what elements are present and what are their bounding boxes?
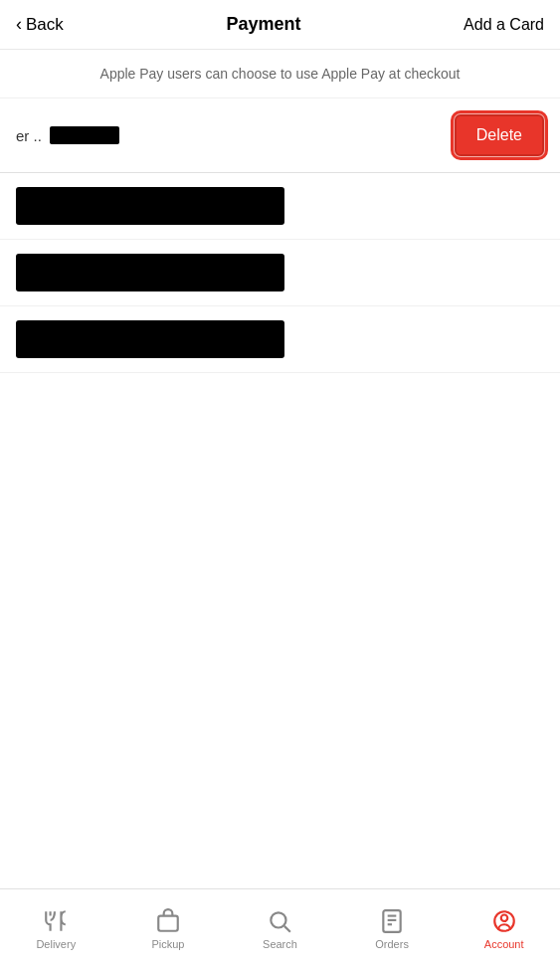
list-item-1 xyxy=(0,173,560,240)
svg-point-8 xyxy=(500,914,507,921)
page-title: Payment xyxy=(226,14,300,35)
redacted-content-2 xyxy=(16,254,284,291)
list-item-2 xyxy=(0,240,560,306)
receipt-icon xyxy=(379,908,405,934)
list-item-3 xyxy=(0,306,560,373)
tab-orders-label: Orders xyxy=(375,938,409,950)
redacted-content-1 xyxy=(16,187,284,225)
back-button[interactable]: ‹ Back xyxy=(16,14,64,35)
info-text: Apple Pay users can choose to use Apple … xyxy=(100,66,461,82)
card-prefix: er .. xyxy=(16,127,42,144)
account-icon xyxy=(491,908,517,934)
back-chevron-icon: ‹ xyxy=(16,14,22,35)
bottom-tab-bar: Delivery Pickup Search Orders xyxy=(0,888,560,968)
tab-account-label: Account xyxy=(484,938,524,950)
card-number-redacted xyxy=(50,126,119,144)
svg-line-2 xyxy=(284,925,290,931)
tab-account[interactable]: Account xyxy=(448,908,560,950)
redacted-content-3 xyxy=(16,320,284,358)
tab-orders[interactable]: Orders xyxy=(336,908,449,950)
tab-delivery-label: Delivery xyxy=(36,938,76,950)
tab-pickup[interactable]: Pickup xyxy=(112,908,225,950)
top-nav: ‹ Back Payment Add a Card xyxy=(0,0,560,50)
tab-pickup-label: Pickup xyxy=(151,938,184,950)
back-label: Back xyxy=(26,15,64,35)
card-info: er .. xyxy=(16,126,119,144)
search-icon xyxy=(267,908,292,934)
add-card-button[interactable]: Add a Card xyxy=(464,16,544,34)
apple-pay-info: Apple Pay users can choose to use Apple … xyxy=(0,50,560,98)
payment-row-primary: er .. Delete xyxy=(0,98,560,173)
utensils-icon xyxy=(43,908,69,934)
svg-point-1 xyxy=(272,912,286,927)
tab-delivery[interactable]: Delivery xyxy=(0,908,112,950)
delete-button[interactable]: Delete xyxy=(455,114,544,156)
tab-search-label: Search xyxy=(263,938,297,950)
payment-list: er .. Delete xyxy=(0,98,560,373)
bag-icon xyxy=(155,908,181,934)
svg-rect-0 xyxy=(158,915,178,930)
tab-search[interactable]: Search xyxy=(224,908,336,950)
